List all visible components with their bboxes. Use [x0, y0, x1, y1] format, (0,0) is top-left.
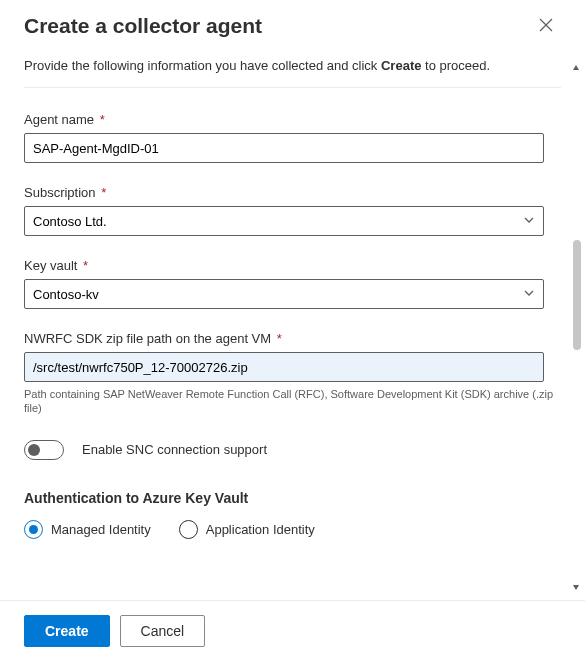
- required-marker: *: [100, 112, 105, 127]
- panel-footer: Create Cancel: [0, 600, 585, 661]
- agent-name-label: Agent name *: [24, 112, 561, 127]
- key-vault-value[interactable]: [24, 279, 544, 309]
- radio-label: Application Identity: [206, 522, 315, 537]
- scroll-up-icon[interactable]: [568, 60, 584, 76]
- scroll-down-icon[interactable]: [568, 579, 584, 595]
- agent-name-input[interactable]: [24, 133, 544, 163]
- subscription-select[interactable]: [24, 206, 544, 236]
- radio-icon: [24, 520, 43, 539]
- subscription-label: Subscription *: [24, 185, 561, 200]
- intro-prefix: Provide the following information you ha…: [24, 58, 381, 73]
- required-marker: *: [83, 258, 88, 273]
- subscription-value[interactable]: [24, 206, 544, 236]
- snc-toggle-label: Enable SNC connection support: [82, 442, 267, 457]
- sdk-path-label: NWRFC SDK zip file path on the agent VM …: [24, 331, 561, 346]
- radio-managed-identity[interactable]: Managed Identity: [24, 520, 151, 539]
- sdk-path-hint: Path containing SAP NetWeaver Remote Fun…: [24, 387, 561, 416]
- toggle-knob: [28, 444, 40, 456]
- agent-name-field: Agent name *: [24, 112, 561, 163]
- sdk-path-field: NWRFC SDK zip file path on the agent VM …: [24, 331, 561, 416]
- key-vault-select[interactable]: [24, 279, 544, 309]
- create-button[interactable]: Create: [24, 615, 110, 647]
- radio-icon: [179, 520, 198, 539]
- cancel-button[interactable]: Cancel: [120, 615, 206, 647]
- radio-application-identity[interactable]: Application Identity: [179, 520, 315, 539]
- intro-bold: Create: [381, 58, 421, 73]
- required-marker: *: [277, 331, 282, 346]
- snc-toggle[interactable]: [24, 440, 64, 460]
- required-marker: *: [101, 185, 106, 200]
- key-vault-field: Key vault *: [24, 258, 561, 309]
- key-vault-label: Key vault *: [24, 258, 561, 273]
- intro-text: Provide the following information you ha…: [24, 58, 561, 73]
- sdk-path-input[interactable]: [24, 352, 544, 382]
- scrollbar[interactable]: [568, 60, 584, 595]
- panel-title: Create a collector agent: [24, 14, 262, 38]
- auth-section-heading: Authentication to Azure Key Vault: [24, 490, 561, 506]
- scroll-thumb[interactable]: [573, 240, 581, 350]
- auth-radio-group: Managed Identity Application Identity: [24, 520, 561, 539]
- intro-suffix: to proceed.: [421, 58, 490, 73]
- create-collector-agent-panel: Create a collector agent Provide the fol…: [0, 0, 585, 661]
- panel-header: Create a collector agent: [0, 0, 585, 48]
- divider: [24, 87, 561, 88]
- subscription-field: Subscription *: [24, 185, 561, 236]
- close-icon[interactable]: [539, 18, 555, 34]
- panel-content: Provide the following information you ha…: [0, 48, 585, 600]
- snc-toggle-row: Enable SNC connection support: [24, 440, 561, 460]
- radio-label: Managed Identity: [51, 522, 151, 537]
